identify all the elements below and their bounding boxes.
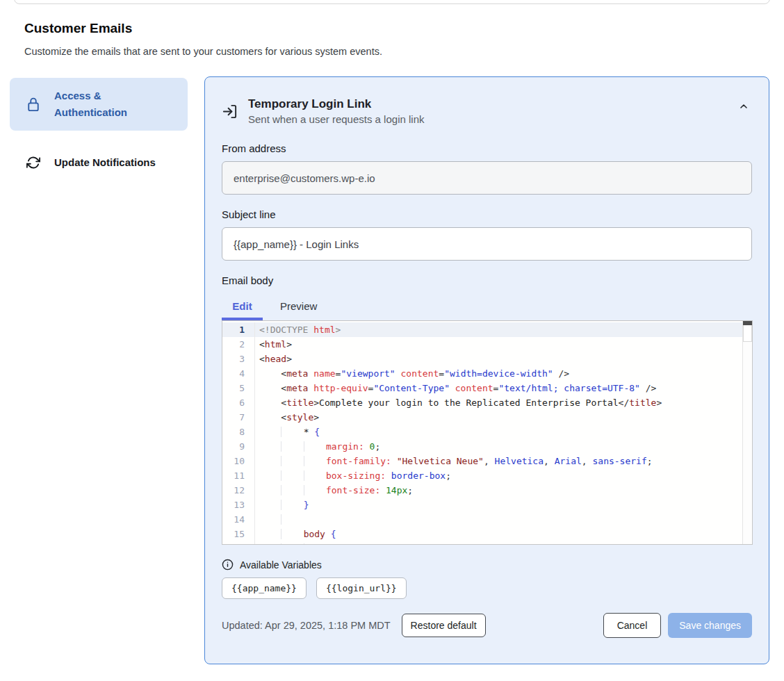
variable-chips: {{app_name}} {{login_url}}: [222, 577, 752, 599]
code-line: 7 <style>: [222, 410, 752, 425]
code-line: 11 box-sizing: border-box;: [222, 468, 752, 483]
code-line: 9 margin: 0;: [222, 439, 752, 454]
tab-edit[interactable]: Edit: [222, 295, 263, 320]
email-body-tabs: Edit Preview: [222, 295, 752, 320]
from-address-label: From address: [222, 142, 752, 154]
cancel-button[interactable]: Cancel: [603, 613, 662, 638]
from-address-input[interactable]: [222, 161, 752, 195]
code-line: 12 font-size: 14px;: [222, 483, 752, 498]
sidebar-item-label: Update Notifications: [54, 154, 156, 171]
tab-preview[interactable]: Preview: [280, 295, 317, 320]
code-line: 16 background-color: #ffffff;: [222, 541, 752, 545]
code-line: 2<html>: [222, 337, 752, 352]
temporary-login-link-panel: Temporary Login Link Sent when a user re…: [204, 76, 769, 664]
available-variables-label: Available Variables: [240, 559, 322, 571]
page-title: Customer Emails: [24, 21, 132, 36]
log-in-icon: [222, 104, 238, 120]
code-line: 15 body {: [222, 527, 752, 541]
panel-footer: Updated: Apr 29, 2025, 1:18 PM MDT Resto…: [222, 613, 752, 638]
code-line: 1<!DOCTYPE html>: [222, 322, 752, 337]
restore-default-button[interactable]: Restore default: [402, 614, 486, 637]
code-line: 13 }: [222, 498, 752, 512]
code-line: 14: [222, 512, 752, 527]
refresh-icon: [26, 156, 40, 170]
email-body-label: Email body: [222, 274, 752, 286]
sidebar-item-access-authentication[interactable]: Access & Authentication: [10, 78, 188, 131]
code-line: 5 <meta http-equiv="Content-Type" conten…: [222, 381, 752, 395]
previous-card-edge: [14, 0, 770, 4]
code-editor-lines: 1<!DOCTYPE html>2<html>3<head>4 <meta na…: [222, 321, 752, 545]
code-editor[interactable]: 1<!DOCTYPE html>2<html>3<head>4 <meta na…: [222, 320, 753, 545]
variable-chip-login-url[interactable]: {{login_url}}: [316, 577, 407, 599]
chevron-up-icon: [738, 101, 749, 112]
page-subtitle: Customize the emails that are sent to yo…: [24, 46, 382, 57]
panel-header: Temporary Login Link Sent when a user re…: [222, 94, 752, 129]
subject-line-input[interactable]: [222, 227, 752, 261]
subject-line-label: Subject line: [222, 208, 752, 220]
variable-chip-app-name[interactable]: {{app_name}}: [222, 577, 307, 599]
save-changes-button[interactable]: Save changes: [668, 613, 752, 638]
code-line: 10 font-family: "Helvetica Neue", Helvet…: [222, 454, 752, 468]
sidebar-item-label: Access & Authentication: [54, 88, 145, 121]
panel-subtitle: Sent when a user requests a login link: [248, 113, 424, 125]
editor-scrollbar[interactable]: [742, 321, 752, 544]
code-line: 6 <title>Complete your login to the Repl…: [222, 395, 752, 410]
updated-timestamp: Updated: Apr 29, 2025, 1:18 PM MDT: [222, 620, 391, 631]
email-types-sidebar: Access & Authentication Update Notificat…: [10, 78, 188, 181]
code-line: 3<head>: [222, 352, 752, 366]
lock-icon: [26, 97, 40, 112]
panel-title: Temporary Login Link: [248, 97, 424, 111]
code-line: 4 <meta name="viewport" content="width=d…: [222, 366, 752, 381]
info-icon: [222, 559, 234, 571]
sidebar-item-update-notifications[interactable]: Update Notifications: [10, 145, 188, 181]
code-line: 8 * {: [222, 425, 752, 439]
collapse-panel-button[interactable]: [735, 98, 752, 115]
